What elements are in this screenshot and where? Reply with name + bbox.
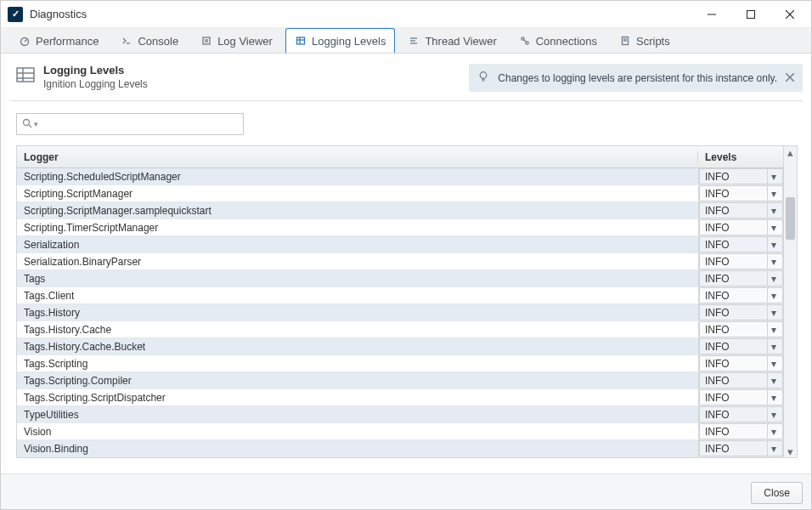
level-select[interactable]: INFO▾ <box>699 287 783 303</box>
search-input[interactable] <box>40 118 238 130</box>
logger-name-cell: Tags.Scripting.ScriptDispatcher <box>17 389 698 405</box>
scroll-down-arrow[interactable]: ▾ <box>784 445 797 457</box>
logger-name-cell: Tags.History.Cache <box>17 321 698 337</box>
level-select[interactable]: INFO▾ <box>699 185 783 201</box>
tab-log-viewer[interactable]: Log Viewer <box>191 28 282 53</box>
level-select[interactable]: INFO▾ <box>699 406 783 422</box>
footer: Close <box>1 473 812 510</box>
logger-name-cell: Vision <box>17 423 698 439</box>
level-select[interactable]: INFO▾ <box>699 372 783 388</box>
tab-console[interactable]: Console <box>111 28 188 53</box>
tab-performance-icon <box>19 35 31 47</box>
table-row[interactable]: TagsINFO▾ <box>17 270 783 287</box>
level-cell: INFO▾ <box>698 219 783 235</box>
close-window-button[interactable] <box>770 2 809 27</box>
close-button[interactable]: Close <box>751 482 803 504</box>
level-select[interactable]: INFO▾ <box>699 440 783 456</box>
tab-label: Console <box>138 35 178 48</box>
svg-rect-22 <box>17 68 34 82</box>
table-row[interactable]: Tags.History.Cache.BucketINFO▾ <box>17 338 783 355</box>
logger-name-cell: Serialization.BinaryParser <box>17 253 698 269</box>
level-select[interactable]: INFO▾ <box>699 236 783 252</box>
banner-close-button[interactable] <box>786 72 794 84</box>
tab-label: Thread Viewer <box>425 35 496 48</box>
logger-name-cell: Tags.History.Cache.Bucket <box>17 338 698 354</box>
minimize-button[interactable] <box>692 2 731 27</box>
logger-name-cell: Scripting.TimerScriptManager <box>17 219 698 235</box>
tab-connections[interactable]: Connections <box>510 28 606 53</box>
table-row[interactable]: Serialization.BinaryParserINFO▾ <box>17 253 783 270</box>
level-cell: INFO▾ <box>698 202 783 218</box>
scroll-up-arrow[interactable]: ▴ <box>784 146 797 158</box>
search-icon <box>22 118 32 131</box>
app-icon: ✓ <box>8 7 23 22</box>
table-row[interactable]: Tags.ClientINFO▾ <box>17 287 783 304</box>
level-select[interactable]: INFO▾ <box>699 355 783 371</box>
scroll-thumb[interactable] <box>786 197 795 240</box>
level-select[interactable]: INFO▾ <box>699 219 783 235</box>
logger-name-cell: Scripting.ScriptManager.samplequickstart <box>17 202 698 218</box>
search-box[interactable]: ▾ <box>16 113 244 135</box>
level-cell: INFO▾ <box>698 423 783 439</box>
table-row[interactable]: Tags.Scripting.ScriptDispatcherINFO▾ <box>17 389 783 406</box>
table-row[interactable]: Scripting.ScriptManager.samplequickstart… <box>17 202 783 219</box>
column-header-logger[interactable]: Logger <box>17 151 698 163</box>
table-row[interactable]: Tags.HistoryINFO▾ <box>17 304 783 321</box>
titlebar: ✓ Diagnostics <box>1 1 812 28</box>
level-value: INFO <box>705 426 730 438</box>
tab-thread-viewer[interactable]: Thread Viewer <box>398 28 505 53</box>
tab-logging-levels[interactable]: Logging Levels <box>285 28 395 53</box>
window-title: Diagnostics <box>30 8 692 20</box>
level-select[interactable]: INFO▾ <box>699 321 783 337</box>
level-cell: INFO▾ <box>698 372 783 388</box>
svg-rect-7 <box>203 37 210 44</box>
svg-point-26 <box>481 72 488 79</box>
search-dropdown-icon[interactable]: ▾ <box>34 120 38 128</box>
svg-line-18 <box>523 40 526 42</box>
logger-name-cell: Tags <box>17 270 698 286</box>
chevron-down-icon: ▾ <box>767 424 779 439</box>
level-value: INFO <box>705 324 730 336</box>
level-cell: INFO▾ <box>698 253 783 269</box>
logger-name-cell: Tags.History <box>17 304 698 320</box>
table-row[interactable]: Tags.Scripting.CompilerINFO▾ <box>17 372 783 389</box>
chevron-down-icon: ▾ <box>767 271 779 286</box>
table-row[interactable]: SerializationINFO▾ <box>17 236 783 253</box>
level-select[interactable]: INFO▾ <box>699 168 783 184</box>
level-select[interactable]: INFO▾ <box>699 423 783 439</box>
table-row[interactable]: Tags.ScriptingINFO▾ <box>17 355 783 372</box>
level-select[interactable]: INFO▾ <box>699 304 783 320</box>
table-row[interactable]: Scripting.ScriptManagerINFO▾ <box>17 185 783 202</box>
chevron-down-icon: ▾ <box>767 288 779 303</box>
level-select[interactable]: INFO▾ <box>699 389 783 405</box>
tab-scripts[interactable]: Scripts <box>610 28 679 53</box>
info-banner: Changes to logging levels are persistent… <box>469 64 803 92</box>
level-select[interactable]: INFO▾ <box>699 270 783 286</box>
tab-scripts-icon <box>619 35 631 47</box>
tab-label: Connections <box>536 35 597 48</box>
table-row[interactable]: Tags.History.CacheINFO▾ <box>17 321 783 338</box>
table-row[interactable]: Scripting.ScheduledScriptManagerINFO▾ <box>17 168 783 185</box>
column-header-levels[interactable]: Levels <box>698 151 783 163</box>
level-select[interactable]: INFO▾ <box>699 253 783 269</box>
logger-name-cell: Serialization <box>17 236 698 252</box>
level-value: INFO <box>705 205 730 217</box>
level-select[interactable]: INFO▾ <box>699 202 783 218</box>
page-subtitle: Ignition Logging Levels <box>43 78 148 90</box>
maximize-button[interactable] <box>731 2 770 27</box>
vertical-scrollbar[interactable]: ▴ ▾ <box>784 145 798 458</box>
chevron-down-icon: ▾ <box>767 407 779 422</box>
table-body: Scripting.ScheduledScriptManagerINFO▾Scr… <box>17 168 783 457</box>
table-row[interactable]: TypeUtilitiesINFO▾ <box>17 406 783 423</box>
table-row[interactable]: Vision.BindingINFO▾ <box>17 440 783 457</box>
chevron-down-icon: ▾ <box>767 339 779 354</box>
page-title: Logging Levels <box>43 64 148 76</box>
tab-performance[interactable]: Performance <box>9 28 108 53</box>
level-cell: INFO▾ <box>698 406 783 422</box>
table-row[interactable]: VisionINFO▾ <box>17 423 783 440</box>
table-row[interactable]: Scripting.TimerScriptManagerINFO▾ <box>17 219 783 236</box>
level-select[interactable]: INFO▾ <box>699 338 783 354</box>
tab-label: Logging Levels <box>312 35 386 48</box>
level-cell: INFO▾ <box>698 440 783 456</box>
chevron-down-icon: ▾ <box>767 203 779 218</box>
